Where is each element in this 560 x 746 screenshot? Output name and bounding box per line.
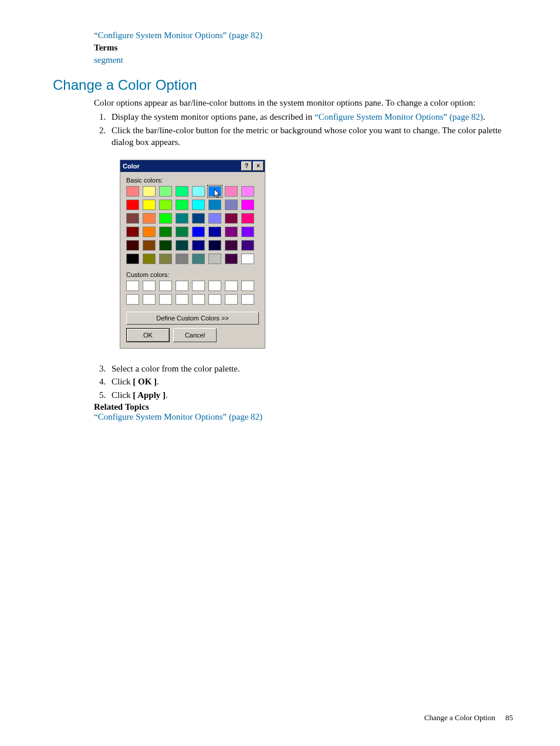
step-3: Select a color from the color palette.: [108, 363, 513, 374]
section-heading: Change a Color Option: [53, 77, 513, 93]
step-2: Click the bar/line-color button for the …: [108, 124, 513, 148]
basic-color-swatch[interactable]: [192, 254, 205, 264]
custom-color-swatch[interactable]: [176, 294, 188, 305]
basic-color-swatch[interactable]: [143, 200, 156, 210]
close-button[interactable]: ×: [253, 161, 264, 171]
basic-color-swatch[interactable]: [159, 254, 172, 264]
terms-label: Terms: [94, 42, 513, 54]
custom-color-swatch[interactable]: [143, 294, 156, 305]
basic-color-swatch[interactable]: [126, 200, 139, 210]
basic-color-swatch[interactable]: [208, 227, 221, 237]
help-button[interactable]: ?: [241, 161, 252, 171]
cancel-button[interactable]: Cancel: [173, 328, 217, 342]
dialog-title: Color: [123, 163, 240, 170]
step-1: Display the system monitor options pane,…: [108, 111, 513, 123]
basic-color-swatch[interactable]: [192, 186, 205, 197]
basic-color-swatch[interactable]: [176, 213, 188, 224]
steps-list-continued: Select a color from the color palette. C…: [94, 363, 513, 401]
step-4: Click [ OK ].: [108, 376, 513, 387]
custom-colors-grid: [126, 281, 259, 305]
basic-color-swatch[interactable]: [176, 240, 188, 251]
basic-color-swatch[interactable]: [192, 227, 205, 237]
custom-color-swatch[interactable]: [192, 294, 205, 305]
basic-color-swatch[interactable]: [126, 240, 139, 251]
ok-button[interactable]: OK: [126, 328, 170, 342]
basic-colors-grid: [126, 186, 259, 264]
custom-color-swatch[interactable]: [241, 281, 254, 291]
basic-color-swatch[interactable]: [208, 213, 221, 224]
page-footer: Change a Color Option 85: [424, 713, 513, 723]
basic-color-swatch[interactable]: [241, 240, 254, 251]
basic-color-swatch[interactable]: [241, 186, 254, 197]
custom-color-swatch[interactable]: [143, 281, 156, 291]
basic-color-swatch[interactable]: [126, 186, 139, 197]
custom-color-swatch[interactable]: [208, 294, 221, 305]
step-5: Click [ Apply ].: [108, 389, 513, 401]
custom-color-swatch[interactable]: [126, 294, 139, 305]
custom-color-swatch[interactable]: [208, 281, 221, 291]
step-5-pre: Click: [112, 390, 133, 400]
basic-color-swatch[interactable]: [241, 254, 254, 264]
related-topics-heading: Related Topics: [94, 402, 513, 412]
related-xref-link[interactable]: “Configure System Monitor Options” (page…: [94, 412, 262, 421]
basic-color-swatch[interactable]: [176, 254, 188, 264]
custom-color-swatch[interactable]: [126, 281, 139, 291]
basic-color-swatch[interactable]: [143, 186, 156, 197]
basic-color-swatch[interactable]: [241, 200, 254, 210]
basic-color-swatch[interactable]: [159, 240, 172, 251]
custom-colors-label: Custom colors:: [126, 271, 259, 278]
basic-color-swatch[interactable]: [208, 186, 221, 197]
xref-link-configure-1[interactable]: “Configure System Monitor Options” (page…: [94, 31, 262, 40]
basic-color-swatch[interactable]: [208, 240, 221, 251]
basic-color-swatch[interactable]: [126, 254, 139, 264]
basic-color-swatch[interactable]: [192, 240, 205, 251]
custom-color-swatch[interactable]: [176, 281, 188, 291]
step-1-xref-link[interactable]: “Configure System Monitor Options” (page…: [315, 112, 483, 121]
basic-color-swatch[interactable]: [225, 254, 238, 264]
step-5-post: .: [166, 390, 168, 400]
basic-color-swatch[interactable]: [225, 213, 238, 224]
basic-color-swatch[interactable]: [143, 240, 156, 251]
basic-color-swatch[interactable]: [159, 200, 172, 210]
basic-color-swatch[interactable]: [176, 227, 188, 237]
intro-paragraph: Color options appear as bar/line-color b…: [94, 97, 513, 109]
color-dialog: Color ? × Basic colors: Custom colors: D…: [120, 160, 265, 349]
custom-color-swatch[interactable]: [159, 294, 172, 305]
custom-color-swatch[interactable]: [192, 281, 205, 291]
steps-list: Display the system monitor options pane,…: [94, 111, 513, 148]
step-4-pre: Click: [112, 377, 133, 386]
basic-color-swatch[interactable]: [176, 200, 188, 210]
basic-color-swatch[interactable]: [225, 200, 238, 210]
basic-colors-label: Basic colors:: [126, 177, 259, 184]
basic-color-swatch[interactable]: [225, 227, 238, 237]
basic-color-swatch[interactable]: [159, 186, 172, 197]
custom-color-swatch[interactable]: [225, 294, 238, 305]
custom-color-swatch[interactable]: [159, 281, 172, 291]
define-custom-colors-button[interactable]: Define Custom Colors >>: [126, 312, 259, 325]
basic-color-swatch[interactable]: [143, 213, 156, 224]
basic-color-swatch[interactable]: [192, 213, 205, 224]
basic-color-swatch[interactable]: [241, 213, 254, 224]
basic-color-swatch[interactable]: [192, 200, 205, 210]
footer-page-number: 85: [505, 713, 513, 722]
basic-color-swatch[interactable]: [159, 213, 172, 224]
basic-color-swatch[interactable]: [225, 186, 238, 197]
basic-color-swatch[interactable]: [176, 186, 188, 197]
basic-color-swatch[interactable]: [208, 200, 221, 210]
step-1-text-pre: Display the system monitor options pane,…: [112, 112, 315, 121]
basic-color-swatch[interactable]: [143, 254, 156, 264]
term-segment-link[interactable]: segment: [94, 55, 123, 65]
custom-color-swatch[interactable]: [241, 294, 254, 305]
basic-color-swatch[interactable]: [241, 227, 254, 237]
basic-color-swatch[interactable]: [126, 227, 139, 237]
basic-color-swatch[interactable]: [126, 213, 139, 224]
basic-color-swatch[interactable]: [208, 254, 221, 264]
dialog-titlebar: Color ? ×: [120, 160, 265, 172]
basic-color-swatch[interactable]: [159, 227, 172, 237]
basic-color-swatch[interactable]: [225, 240, 238, 251]
step-4-post: .: [157, 377, 159, 386]
basic-color-swatch[interactable]: [143, 227, 156, 237]
footer-section-title: Change a Color Option: [424, 713, 495, 722]
step-1-text-post: .: [483, 112, 485, 121]
custom-color-swatch[interactable]: [225, 281, 238, 291]
